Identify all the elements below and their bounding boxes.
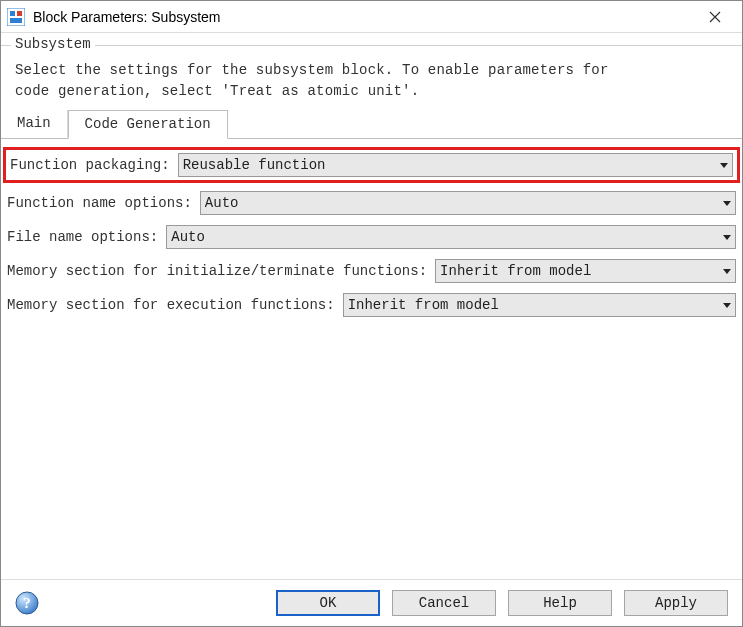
label-file-name-options: File name options:: [7, 229, 162, 245]
titlebar: Block Parameters: Subsystem: [1, 1, 742, 33]
row-mem-init: Memory section for initialize/terminate …: [7, 259, 736, 283]
label-mem-init: Memory section for initialize/terminate …: [7, 263, 431, 279]
tab-code-generation[interactable]: Code Generation: [68, 110, 228, 139]
select-value: Auto: [171, 229, 719, 245]
help-icon[interactable]: ?: [15, 591, 39, 615]
chevron-down-icon: [723, 269, 731, 274]
dialog-window: Block Parameters: Subsystem Subsystem Se…: [0, 0, 743, 627]
select-value: Reusable function: [183, 157, 716, 173]
select-value: Auto: [205, 195, 719, 211]
row-mem-exec: Memory section for execution functions: …: [7, 293, 736, 317]
ok-button[interactable]: OK: [276, 590, 380, 616]
window-title: Block Parameters: Subsystem: [33, 9, 694, 25]
content-area: Subsystem Select the settings for the su…: [1, 33, 742, 579]
help-button[interactable]: Help: [508, 590, 612, 616]
select-function-name-options[interactable]: Auto: [200, 191, 736, 215]
chevron-down-icon: [720, 163, 728, 168]
svg-rect-1: [10, 11, 15, 16]
row-function-packaging: Function packaging: Reusable function: [3, 147, 740, 183]
row-file-name-options: File name options: Auto: [7, 225, 736, 249]
svg-rect-2: [17, 11, 22, 16]
select-value: Inherit from model: [440, 263, 719, 279]
svg-rect-0: [7, 8, 25, 26]
chevron-down-icon: [723, 235, 731, 240]
svg-text:?: ?: [23, 595, 31, 611]
svg-rect-3: [10, 18, 22, 23]
select-mem-init[interactable]: Inherit from model: [435, 259, 736, 283]
tab-main[interactable]: Main: [1, 110, 68, 138]
select-mem-exec[interactable]: Inherit from model: [343, 293, 736, 317]
chevron-down-icon: [723, 201, 731, 206]
select-value: Inherit from model: [348, 297, 719, 313]
close-button[interactable]: [694, 2, 736, 32]
tab-strip: Main Code Generation: [1, 110, 742, 139]
description-text: Select the settings for the subsystem bl…: [1, 46, 742, 108]
cancel-button[interactable]: Cancel: [392, 590, 496, 616]
chevron-down-icon: [723, 303, 731, 308]
subsystem-group: Subsystem Select the settings for the su…: [1, 45, 742, 579]
row-function-name-options: Function name options: Auto: [7, 191, 736, 215]
button-bar: ? OK Cancel Help Apply: [1, 579, 742, 626]
apply-button[interactable]: Apply: [624, 590, 728, 616]
label-function-packaging: Function packaging:: [10, 157, 174, 173]
select-function-packaging[interactable]: Reusable function: [178, 153, 733, 177]
select-file-name-options[interactable]: Auto: [166, 225, 736, 249]
window-icon: [7, 8, 25, 26]
group-title: Subsystem: [11, 36, 95, 52]
label-function-name-options: Function name options:: [7, 195, 196, 211]
tab-content: Function packaging: Reusable function Fu…: [1, 139, 742, 335]
label-mem-exec: Memory section for execution functions:: [7, 297, 339, 313]
